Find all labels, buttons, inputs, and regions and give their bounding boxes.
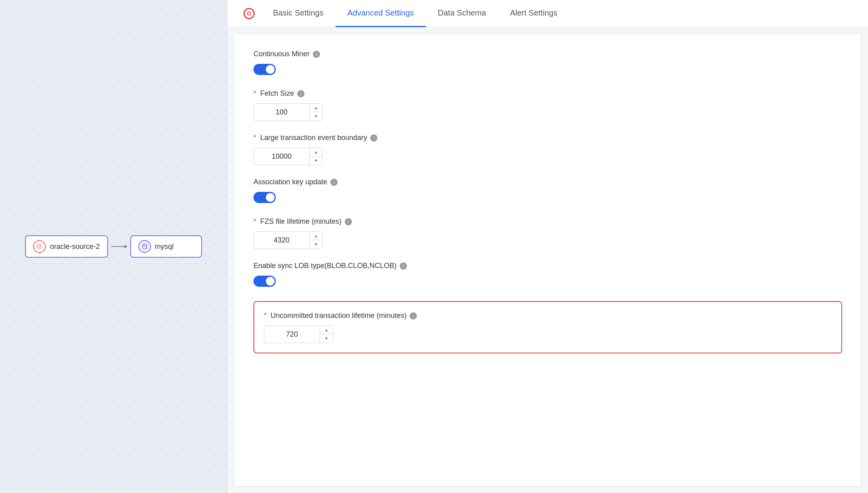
large-transaction-input-group: ▲ ▼ [253,148,842,165]
tab-schema[interactable]: Data Schema [426,0,498,27]
continuous-miner-group: Continuous Miner i [253,50,842,77]
association-key-label: Association key update i [253,178,842,186]
enable-sync-lob-toggle[interactable] [253,276,276,287]
uncommitted-transaction-info-icon[interactable]: i [410,312,417,319]
large-transaction-decrement[interactable]: ▼ [310,156,322,165]
tab-basic[interactable]: Basic Settings [261,0,336,27]
canvas-area: oracle-source-2 mysql [0,0,227,493]
enable-sync-lob-group: Enable sync LOB type(BLOB,CLOB,NCLOB) i [253,262,842,288]
source-node-label: oracle-source-2 [50,243,100,251]
settings-panel: Basic Settings Advanced Settings Data Sc… [227,0,868,493]
association-key-info-icon[interactable]: i [330,179,338,186]
fetch-size-increment[interactable]: ▲ [310,104,322,112]
source-node[interactable]: oracle-source-2 [25,235,108,258]
enable-sync-lob-info-icon[interactable]: i [400,262,407,270]
large-transaction-info-icon[interactable]: i [370,134,377,142]
large-transaction-group: * Large transaction event boundary i ▲ ▼ [253,134,842,165]
fetch-size-input-group: ▲ ▼ [253,103,842,121]
enable-sync-lob-label: Enable sync LOB type(BLOB,CLOB,NCLOB) i [253,262,842,270]
uncommitted-transaction-input[interactable] [264,325,320,343]
association-key-group: Association key update i [253,178,842,205]
uncommitted-transaction-increment[interactable]: ▲ [320,326,333,334]
settings-content: Continuous Miner i * Fetch Size i ▲ ▼ [234,34,862,487]
fetch-size-input[interactable] [253,103,309,121]
arrow-line [111,246,127,247]
fzs-lifetime-input[interactable] [253,231,309,249]
uncommitted-transaction-input-group: ▲ ▼ [264,325,832,343]
tab-bar: Basic Settings Advanced Settings Data Sc… [228,0,868,27]
target-node-label: mysql [155,243,174,251]
uncommitted-transaction-decrement[interactable]: ▼ [320,334,333,343]
association-key-toggle[interactable] [253,192,276,203]
arrow-connector [108,246,130,247]
continuous-miner-toggle[interactable] [253,64,276,75]
fetch-size-decrement[interactable]: ▼ [310,112,322,120]
continuous-miner-label: Continuous Miner i [253,50,842,58]
uncommitted-transaction-label: * Uncommitted transaction lifetime (minu… [264,312,832,320]
fzs-lifetime-decrement[interactable]: ▼ [310,240,322,248]
fetch-size-group: * Fetch Size i ▲ ▼ [253,89,842,121]
fzs-lifetime-group: * FZS file lifetime (minutes) i ▲ ▼ [253,217,842,249]
large-transaction-label: * Large transaction event boundary i [253,134,842,142]
fzs-lifetime-increment[interactable]: ▲ [310,232,322,240]
uncommitted-transaction-spinners: ▲ ▼ [320,325,333,343]
fetch-size-info-icon[interactable]: i [297,90,304,97]
pipeline-nodes: oracle-source-2 mysql [25,235,202,258]
target-node-icon [138,240,151,253]
tab-alert[interactable]: Alert Settings [498,0,570,27]
tab-advanced[interactable]: Advanced Settings [336,0,426,27]
large-transaction-spinners: ▲ ▼ [309,148,323,165]
tab-bar-icon [244,8,255,19]
large-transaction-input[interactable] [253,148,309,165]
fzs-lifetime-info-icon[interactable]: i [345,218,352,225]
fzs-lifetime-label: * FZS file lifetime (minutes) i [253,217,842,226]
target-node[interactable]: mysql [130,235,202,258]
uncommitted-transaction-group: * Uncommitted transaction lifetime (minu… [253,301,842,353]
continuous-miner-info-icon[interactable]: i [313,51,320,58]
source-node-icon [33,240,46,253]
fzs-lifetime-input-group: ▲ ▼ [253,231,842,249]
fzs-lifetime-spinners: ▲ ▼ [309,231,323,249]
fetch-size-label: * Fetch Size i [253,89,842,98]
large-transaction-increment[interactable]: ▲ [310,148,322,156]
fetch-size-spinners: ▲ ▼ [309,103,323,121]
